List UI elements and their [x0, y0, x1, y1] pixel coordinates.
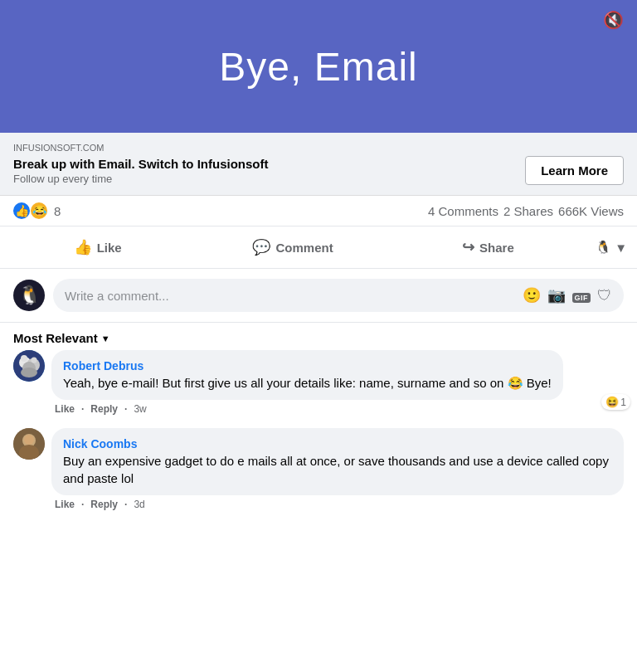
- camera-icon[interactable]: 📷: [547, 286, 566, 304]
- comments-section: Robert Debrus Yeah, bye e-mail! But firs…: [0, 350, 637, 537]
- svg-point-5: [32, 358, 37, 363]
- comment-avatar-1: [13, 350, 45, 382]
- comment-author-1: Robert Debrus: [63, 359, 143, 373]
- separator-1a: ·: [81, 403, 84, 415]
- most-relevant-label: Most Relevant: [13, 331, 98, 345]
- ad-text-block: Break up with Email. Switch to Infusions…: [13, 157, 515, 185]
- comment-like-1[interactable]: Like: [55, 403, 75, 415]
- reaction-row: 👍 😂 8 4 Comments 2 Shares 666K Views: [0, 196, 637, 226]
- chevron-down-icon: ▼: [101, 334, 110, 343]
- comment-author-2: Nick Coombs: [63, 437, 137, 450]
- reaction-icons: 👍 😂: [13, 202, 47, 219]
- action-bar: 👍 Like 💬 Comment ↪ Share 🐧 ▼: [0, 226, 637, 269]
- header-banner: Bye, Email 🔇: [0, 0, 637, 133]
- svg-point-6: [21, 368, 37, 377]
- comment-avatar-2: [13, 428, 45, 460]
- comment-count: 4 Comments: [428, 204, 498, 218]
- ad-content-row: Break up with Email. Switch to Infusions…: [13, 156, 624, 185]
- comment-actions-2: Like · Reply · 3d: [51, 495, 624, 510]
- comment-bubble-1: Robert Debrus Yeah, bye e-mail! But firs…: [51, 350, 563, 400]
- most-relevant-row[interactable]: Most Relevant ▼: [0, 323, 637, 350]
- svg-point-4: [21, 355, 27, 362]
- ad-source: INFUSIONSOFT.COM: [13, 143, 624, 153]
- separator-2a: ·: [81, 499, 84, 510]
- comment-input-box[interactable]: Write a comment... 🙂 📷 GIF 🛡: [53, 279, 624, 312]
- notification-icon: 🐧: [596, 240, 611, 255]
- separator-1b: ·: [124, 403, 127, 415]
- comment-button[interactable]: 💬 Comment: [198, 230, 387, 265]
- like-button[interactable]: 👍 Like: [3, 230, 192, 265]
- header-title: Bye, Email: [219, 44, 417, 90]
- comment-time-1: 3w: [134, 403, 146, 415]
- comment-icons: 🙂 📷 GIF 🛡: [523, 286, 613, 304]
- reaction-count: 8: [54, 204, 61, 218]
- share-label: Share: [479, 241, 514, 255]
- like-icon: 👍: [74, 238, 92, 256]
- reaction-stats: 4 Comments 2 Shares 666K Views: [428, 204, 624, 218]
- comment-placeholder: Write a comment...: [65, 289, 516, 303]
- share-button[interactable]: ↪ Share: [394, 230, 582, 265]
- comment-body-2: Nick Coombs Buy an expensive gadget to d…: [51, 428, 624, 510]
- comment-reply-1[interactable]: Reply: [90, 403, 118, 415]
- gif-icon[interactable]: GIF: [572, 287, 591, 304]
- like-label: Like: [97, 241, 122, 255]
- comment-like-2[interactable]: Like: [55, 499, 75, 510]
- comment-label: Comment: [275, 241, 333, 255]
- comment-text-1: Yeah, bye e-mail! But first give us all …: [63, 374, 552, 392]
- haha-reaction-icon: 😂: [31, 202, 47, 219]
- current-user-avatar: 🐧: [13, 280, 45, 311]
- share-icon: ↪: [462, 238, 474, 256]
- share-count: 2 Shares: [503, 204, 553, 218]
- reaction-badge-emoji-1: 😆: [605, 396, 619, 408]
- comment-item-2: Nick Coombs Buy an expensive gadget to d…: [13, 428, 624, 510]
- reaction-badge-count-1: 1: [620, 397, 626, 408]
- emoji-icon[interactable]: 🙂: [523, 286, 541, 304]
- ad-subtext: Follow up every time: [13, 173, 515, 185]
- view-count: 666K Views: [558, 204, 624, 218]
- comment-reply-2[interactable]: Reply: [90, 499, 118, 510]
- comment-body-1: Robert Debrus Yeah, bye e-mail! But firs…: [51, 350, 624, 415]
- ad-card: INFUSIONSOFT.COM Break up with Email. Sw…: [0, 133, 637, 196]
- comment-icon: 💬: [252, 238, 270, 256]
- learn-more-button[interactable]: Learn More: [525, 156, 624, 185]
- sticker-icon[interactable]: 🛡: [597, 287, 612, 304]
- comment-input-row: 🐧 Write a comment... 🙂 📷 GIF 🛡: [0, 269, 637, 323]
- comment-time-2: 3d: [134, 499, 144, 510]
- mute-icon[interactable]: 🔇: [603, 10, 624, 30]
- dropdown-chevron: ▼: [615, 241, 627, 255]
- comment-item: Robert Debrus Yeah, bye e-mail! But firs…: [13, 350, 624, 415]
- reaction-left: 👍 😂 8: [13, 202, 61, 219]
- svg-point-10: [24, 435, 34, 445]
- notification-dropdown[interactable]: 🐧 ▼: [586, 240, 637, 255]
- comment-text-2: Buy an expensive gadget to do e mails al…: [63, 452, 612, 487]
- like-reaction-icon: 👍: [13, 202, 30, 219]
- comment-bubble-2: Nick Coombs Buy an expensive gadget to d…: [51, 428, 624, 495]
- reaction-badge-1: 😆 1: [601, 394, 630, 410]
- ad-headline: Break up with Email. Switch to Infusions…: [13, 157, 515, 171]
- comment-actions-1: Like · Reply · 3w: [51, 400, 624, 415]
- separator-2b: ·: [124, 499, 127, 510]
